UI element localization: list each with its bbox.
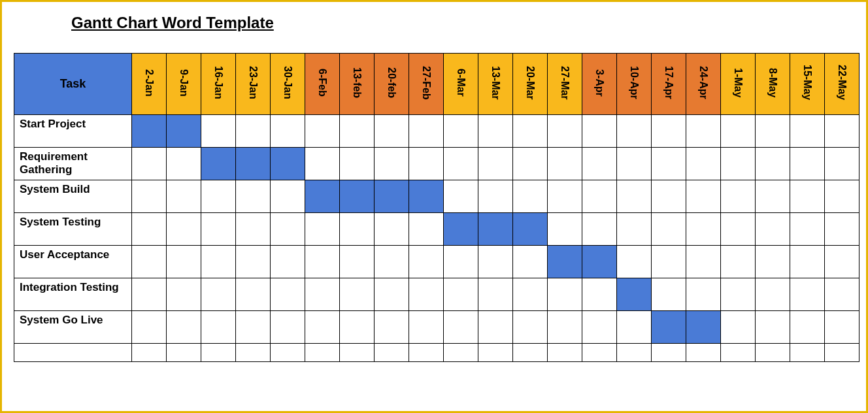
gantt-empty-cell	[548, 148, 582, 180]
gantt-empty-cell	[132, 344, 167, 362]
date-header: 27-Feb	[409, 54, 444, 115]
date-label: 23-Jan	[247, 66, 259, 99]
gantt-empty-cell	[444, 278, 478, 311]
gantt-bar-cell	[617, 278, 652, 311]
gantt-empty-cell	[201, 213, 236, 246]
gantt-empty-cell	[271, 344, 305, 362]
gantt-empty-cell	[236, 115, 271, 148]
gantt-empty-cell	[478, 148, 513, 180]
gantt-empty-cell	[721, 311, 756, 344]
gantt-empty-cell	[756, 180, 790, 213]
gantt-empty-cell	[756, 115, 790, 148]
gantt-empty-cell	[478, 180, 513, 213]
date-header: 8-May	[756, 54, 790, 115]
gantt-empty-cell	[513, 115, 548, 148]
gantt-empty-cell	[409, 246, 444, 278]
date-label: 30-Jan	[282, 66, 293, 99]
gantt-bar-cell	[271, 148, 305, 180]
task-row: User Acceptance	[14, 246, 860, 278]
date-label: 3-Apr	[593, 69, 605, 97]
task-name: System Build	[14, 180, 132, 213]
gantt-empty-cell	[790, 278, 825, 311]
gantt-empty-cell	[652, 180, 686, 213]
gantt-empty-cell	[825, 148, 860, 180]
date-header: 16-Jan	[201, 54, 236, 115]
task-name: Start Project	[14, 115, 132, 148]
gantt-empty-cell	[375, 115, 409, 148]
gantt-empty-cell	[201, 311, 236, 344]
gantt-empty-cell	[305, 115, 340, 148]
empty-task-cell	[14, 344, 132, 362]
gantt-empty-cell	[582, 278, 617, 311]
gantt-empty-cell	[548, 278, 582, 311]
gantt-empty-cell	[756, 278, 790, 311]
gantt-bar-cell	[305, 180, 340, 213]
task-row: System Build	[14, 180, 860, 213]
date-header: 20-feb	[375, 54, 409, 115]
date-label: 9-Jan	[178, 69, 190, 97]
gantt-empty-cell	[686, 180, 721, 213]
gantt-empty-cell	[478, 115, 513, 148]
gantt-empty-cell	[825, 180, 860, 213]
gantt-bar-cell	[236, 148, 271, 180]
gantt-empty-cell	[686, 278, 721, 311]
date-header: 24-Apr	[686, 54, 721, 115]
date-header: 6-Feb	[305, 54, 340, 115]
gantt-empty-cell	[375, 148, 409, 180]
gantt-empty-cell	[167, 180, 201, 213]
gantt-empty-cell	[652, 278, 686, 311]
gantt-empty-cell	[686, 213, 721, 246]
date-label: 2-Jan	[143, 69, 155, 97]
gantt-bar-cell	[513, 213, 548, 246]
gantt-empty-cell	[790, 311, 825, 344]
date-header: 22-May	[825, 54, 860, 115]
gantt-empty-cell	[201, 246, 236, 278]
gantt-empty-cell	[271, 278, 305, 311]
gantt-bar-cell	[548, 246, 582, 278]
date-header: 20-Mar	[513, 54, 548, 115]
gantt-bar-cell	[652, 311, 686, 344]
gantt-empty-cell	[236, 246, 271, 278]
gantt-bar-cell	[201, 148, 236, 180]
gantt-empty-cell	[305, 246, 340, 278]
gantt-empty-cell	[167, 213, 201, 246]
date-header: 6-Mar	[444, 54, 478, 115]
date-label: 27-Mar	[559, 66, 571, 100]
gantt-empty-cell	[548, 115, 582, 148]
gantt-empty-cell	[444, 115, 478, 148]
gantt-empty-cell	[825, 344, 860, 362]
gantt-bar-cell	[582, 246, 617, 278]
gantt-empty-cell	[652, 246, 686, 278]
gantt-empty-cell	[340, 278, 375, 311]
gantt-empty-cell	[132, 311, 167, 344]
gantt-empty-cell	[548, 180, 582, 213]
gantt-empty-cell	[790, 148, 825, 180]
gantt-empty-cell	[167, 344, 201, 362]
gantt-empty-cell	[444, 148, 478, 180]
date-label: 20-feb	[386, 67, 397, 98]
gantt-empty-cell	[686, 115, 721, 148]
gantt-empty-cell	[375, 344, 409, 362]
gantt-empty-cell	[132, 246, 167, 278]
gantt-empty-cell	[201, 344, 236, 362]
gantt-empty-cell	[340, 344, 375, 362]
gantt-empty-cell	[652, 115, 686, 148]
gantt-empty-cell	[617, 180, 652, 213]
gantt-empty-cell	[617, 148, 652, 180]
gantt-empty-cell	[444, 344, 478, 362]
gantt-empty-cell	[790, 180, 825, 213]
gantt-empty-cell	[201, 180, 236, 213]
date-header: 13-Mar	[478, 54, 513, 115]
date-label: 17-Apr	[663, 66, 675, 99]
date-label: 15-May	[801, 65, 813, 100]
gantt-empty-cell	[825, 115, 860, 148]
gantt-empty-cell	[721, 213, 756, 246]
gantt-empty-cell	[305, 311, 340, 344]
gantt-empty-cell	[513, 246, 548, 278]
gantt-empty-cell	[617, 311, 652, 344]
gantt-empty-cell	[513, 311, 548, 344]
gantt-empty-cell	[271, 180, 305, 213]
gantt-empty-cell	[721, 278, 756, 311]
gantt-empty-cell	[617, 344, 652, 362]
gantt-empty-cell	[825, 246, 860, 278]
